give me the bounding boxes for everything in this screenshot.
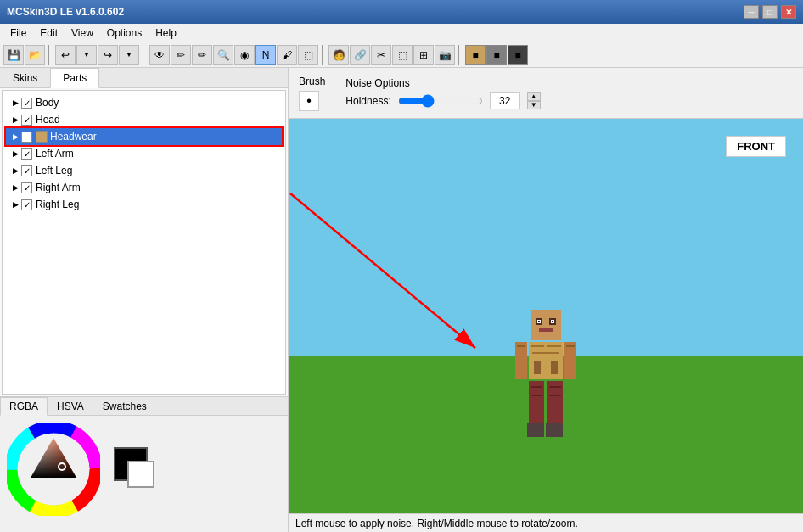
holdness-label: Holdness: [345, 95, 390, 107]
sv-triangle-dark[interactable] [31, 438, 76, 478]
expand-right-arm[interactable]: ▶ [9, 182, 21, 193]
minimize-button[interactable]: ─ [744, 5, 759, 19]
toolbar-color3[interactable]: ■ [508, 45, 528, 65]
svg-rect-27 [549, 386, 561, 388]
toolbar-redo-dropdown[interactable]: ▼ [119, 45, 139, 65]
brush-dot-selector[interactable]: • [299, 91, 319, 111]
checkbox-headwear[interactable] [21, 132, 32, 143]
svg-rect-28 [531, 395, 542, 396]
color-wheel[interactable] [7, 423, 100, 516]
expand-body[interactable]: ▶ [9, 97, 21, 109]
toolbar-eraser[interactable]: ✏ [192, 45, 212, 65]
statusbar: Left mouse to apply noise. Right/Middle … [289, 513, 803, 532]
toolbar: 💾 📂 ↩ ▼ ↪ ▼ 👁 ✏ ✏ 🔍 ◉ N 🖌 ⬚ 🧑 🔗 ✂ ⬚ ⊞ 📷 … [0, 42, 803, 68]
noise-holdness-row: Holdness: ▲ ▼ [345, 92, 540, 109]
statusbar-text: Left mouse to apply noise. Right/Middle … [295, 518, 578, 529]
toolbar-flip[interactable]: ⬚ [392, 45, 413, 65]
expand-left-arm[interactable]: ▶ [9, 148, 21, 160]
svg-rect-30 [527, 423, 544, 437]
toolbar-group-tools: 👁 ✏ ✏ 🔍 ◉ N 🖌 ⬚ [149, 45, 318, 65]
headwear-icon [36, 131, 48, 143]
menu-view[interactable]: View [65, 25, 100, 41]
toolbar-color2[interactable]: ■ [486, 45, 507, 65]
holdness-slider[interactable] [398, 94, 483, 108]
toolbar-sep-1 [48, 45, 52, 65]
checkbox-right-leg[interactable]: ✓ [21, 199, 32, 210]
tree-item-headwear[interactable]: ▶ Headwear [6, 128, 282, 145]
toolbar-link[interactable]: 🔗 [350, 45, 370, 65]
titlebar-title: MCSkin3D LE v1.6.0.602 [7, 6, 124, 18]
toolbar-view[interactable]: 👁 [149, 45, 170, 65]
spinner-up[interactable]: ▲ [527, 92, 541, 101]
menubar: File Edit View Options Help [0, 24, 803, 42]
tab-skins[interactable]: Skins [0, 68, 50, 87]
svg-rect-16 [548, 345, 561, 347]
svg-rect-26 [531, 386, 542, 388]
menu-help[interactable]: Help [149, 25, 183, 41]
toolbar-person[interactable]: 🧑 [328, 45, 349, 65]
toolbar-group-color: ■ ■ ■ [465, 45, 528, 65]
color-panel: RGBA HSVA Swatches [0, 396, 288, 532]
holdness-value-input[interactable] [490, 92, 520, 109]
color-tab-rgba[interactable]: RGBA [0, 397, 48, 416]
expand-left-leg[interactable]: ▶ [9, 165, 21, 176]
expand-headwear[interactable]: ▶ [9, 131, 21, 143]
tree-label-right-leg: Right Leg [36, 199, 79, 210]
checkbox-body[interactable]: ✓ [21, 98, 32, 109]
tree-label-body: Body [36, 97, 59, 109]
left-panel: Skins Parts ▶ ✓ Body ▶ ✓ Head ▶ Headwear [0, 68, 289, 532]
viewport-front-label: FRONT [726, 136, 786, 157]
expand-right-leg[interactable]: ▶ [9, 199, 21, 210]
toolbar-noise[interactable]: N [256, 45, 276, 65]
toolbar-scissors[interactable]: ✂ [371, 45, 391, 65]
checkbox-head[interactable]: ✓ [21, 115, 32, 126]
toolbar-group-file: 💾 📂 [3, 45, 45, 65]
toolbar-open[interactable]: 📂 [25, 45, 45, 65]
svg-rect-31 [546, 423, 563, 437]
toolbar-picker[interactable]: ◉ [234, 45, 255, 65]
spinner-down[interactable]: ▼ [527, 101, 541, 109]
menu-file[interactable]: File [3, 25, 33, 41]
menu-options[interactable]: Options [100, 25, 149, 41]
color-tab-hsva[interactable]: HSVA [48, 397, 93, 415]
toolbar-pencil[interactable]: ✏ [171, 45, 191, 65]
expand-head[interactable]: ▶ [9, 114, 21, 126]
tree-label-left-arm: Left Arm [36, 148, 74, 160]
minecraft-character [512, 310, 580, 445]
toolbar-select[interactable]: ⬚ [298, 45, 318, 65]
menu-edit[interactable]: Edit [33, 25, 65, 41]
toolbar-undo[interactable]: ↩ [55, 45, 76, 65]
tab-bar-main: Skins Parts [0, 68, 288, 88]
toolbar-fill[interactable]: 🖌 [277, 45, 297, 65]
tree-item-left-arm[interactable]: ▶ ✓ Left Arm [6, 145, 282, 162]
toolbar-redo[interactable]: ↪ [98, 45, 118, 65]
toolbar-undo-dropdown[interactable]: ▼ [76, 45, 97, 65]
maximize-button[interactable]: □ [762, 5, 778, 19]
tree-item-right-arm[interactable]: ▶ ✓ Right Arm [6, 179, 282, 196]
toolbar-sep-2 [143, 45, 146, 65]
tab-parts[interactable]: Parts [50, 68, 99, 88]
toolbar-save[interactable]: 💾 [3, 45, 24, 65]
toolbar-zoom-fit[interactable]: ⊞ [413, 45, 434, 65]
toolbar-screenshot[interactable]: 📷 [435, 45, 455, 65]
toolbar-color1[interactable]: ■ [465, 45, 486, 65]
titlebar: MCSkin3D LE v1.6.0.602 ─ □ ✕ [0, 0, 803, 24]
brush-label: Brush [299, 76, 325, 87]
bg-color-swatch[interactable] [127, 461, 154, 488]
tree-item-right-leg[interactable]: ▶ ✓ Right Leg [6, 196, 282, 213]
tree-item-left-leg[interactable]: ▶ ✓ Left Leg [6, 162, 282, 179]
tree-item-head[interactable]: ▶ ✓ Head [6, 111, 282, 128]
viewport[interactable]: FRONT [289, 119, 803, 513]
svg-rect-13 [539, 328, 553, 332]
svg-rect-11 [538, 321, 540, 322]
main-container: Skins Parts ▶ ✓ Body ▶ ✓ Head ▶ Headwear [0, 68, 803, 532]
titlebar-controls: ─ □ ✕ [744, 5, 796, 19]
checkbox-left-arm[interactable]: ✓ [21, 148, 32, 160]
toolbar-zoom[interactable]: 🔍 [213, 45, 233, 65]
color-tab-swatches[interactable]: Swatches [93, 397, 156, 415]
close-button[interactable]: ✕ [781, 5, 796, 19]
tree-item-body[interactable]: ▶ ✓ Body [6, 94, 282, 111]
checkbox-left-leg[interactable]: ✓ [21, 165, 32, 176]
checkbox-right-arm[interactable]: ✓ [21, 182, 32, 193]
svg-rect-21 [564, 342, 576, 379]
